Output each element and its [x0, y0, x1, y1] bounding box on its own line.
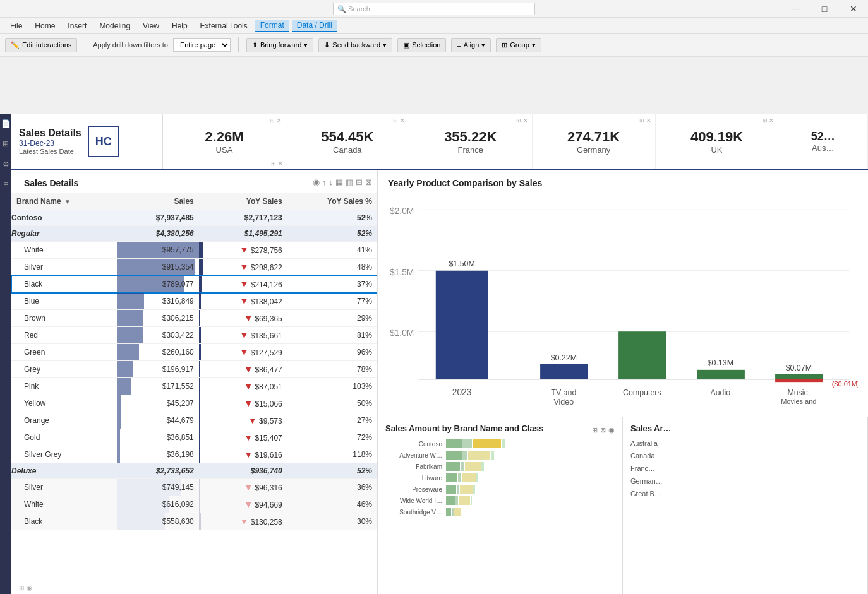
brand-chart-icon3[interactable]: ◉	[608, 426, 615, 434]
kpi-main-icon1[interactable]: ⊞	[19, 585, 24, 591]
kpi-main-icon2[interactable]: ◉	[27, 585, 32, 591]
table-row[interactable]: Deluxe $2,733,652 $936,740 52%	[11, 463, 377, 479]
cell-sales: $4,380,256	[117, 226, 199, 242]
cell-brand: Red	[11, 327, 117, 344]
sidebar-data-icon[interactable]: ⊞	[1, 139, 11, 149]
kpi-canada-value: 554.45K	[321, 129, 373, 145]
hbar-container	[446, 473, 615, 482]
maximize-icon[interactable]: □	[810, 0, 839, 17]
bar-comp-label: Computers	[623, 388, 661, 397]
table-toolbar-icon4[interactable]: ▦	[335, 177, 343, 187]
edit-interactions-btn[interactable]: ✏️ Edit interactions	[5, 38, 77, 52]
selection-btn[interactable]: ▣ Selection	[397, 38, 446, 52]
brand-class-chart: Sales Amount by Brand Name and Class ⊞ ⊠…	[378, 417, 623, 594]
hbar-segment	[491, 451, 494, 460]
sidebar-report-icon[interactable]: 📄	[1, 119, 11, 129]
table-row[interactable]: Gold $36,851 ▼ $15,407 72%	[11, 429, 377, 446]
table-row[interactable]: Blue $316,849 ▼ $138,042 77%	[11, 293, 377, 310]
table-row[interactable]: Silver $915,354 ▼ $298,622 48%	[11, 259, 377, 276]
table-toolbar-icon3[interactable]: ↓	[329, 177, 334, 187]
arrow-down-icon: ▼	[240, 245, 249, 255]
group-chevron[interactable]: ▾	[532, 41, 536, 49]
bring-forward-btn[interactable]: ⬆ Bring forward ▾	[246, 38, 313, 52]
hbar-row: Adventure W…	[385, 451, 615, 460]
window-controls[interactable]: ─ □ ✕	[781, 0, 868, 17]
hbar-row: Litware	[385, 473, 615, 482]
cell-sales: $306,215	[117, 310, 199, 327]
cell-yoy: $1,495,291	[199, 226, 287, 242]
bar-tv-label: TV and	[551, 388, 576, 397]
bar-tv	[540, 364, 588, 379]
kpi-card-uk: ⊞ ✕ 409.19K UK	[656, 114, 779, 169]
close-icon[interactable]: ✕	[839, 0, 868, 17]
bring-forward-icon: ⬆	[252, 41, 258, 49]
menu-format[interactable]: Format	[255, 20, 289, 32]
brand-chart-icon1[interactable]: ⊞	[592, 426, 598, 434]
minimize-icon[interactable]: ─	[781, 0, 810, 17]
align-btn[interactable]: ≡ Align ▾	[451, 38, 491, 52]
menu-view[interactable]: View	[138, 20, 164, 32]
cell-sales: $260,160	[117, 344, 199, 361]
sales-table-panel: Sales Details ◉ ↑ ↓ ▦ ▥ ⊞ ⊠	[11, 170, 378, 594]
col-sales[interactable]: Sales	[117, 193, 199, 210]
table-toolbar-icon5[interactable]: ▥	[346, 177, 353, 187]
table-row[interactable]: Silver Grey $36,198 ▼ $19,616 118%	[11, 446, 377, 463]
cell-brand: Black	[11, 276, 117, 293]
hbar-row: Southridge V…	[385, 508, 615, 516]
country-greatb: Great B…	[630, 487, 860, 500]
table-toolbar-icon7[interactable]: ⊠	[365, 177, 372, 187]
table-row[interactable]: Red $303,422 ▼ $135,661 81%	[11, 327, 377, 344]
brand-chart-icon2[interactable]: ⊠	[600, 426, 606, 434]
hbar-segment	[446, 462, 460, 471]
col-yoy[interactable]: YoY Sales	[199, 193, 287, 210]
table-row[interactable]: White $957,775 ▼ $278,756 41%	[11, 242, 377, 259]
table-row[interactable]: Brown $306,215 ▼ $69,365 29%	[11, 310, 377, 327]
cell-yoy-pct: 72%	[287, 429, 377, 446]
sidebar-dax-icon[interactable]: ≡	[1, 179, 11, 189]
group-btn[interactable]: ⊞ Group ▾	[496, 38, 541, 52]
cell-brand: Black	[11, 513, 117, 530]
col-brand-name[interactable]: Brand Name ▼	[11, 193, 117, 210]
send-backward-chevron[interactable]: ▾	[383, 41, 387, 49]
align-chevron[interactable]: ▾	[481, 41, 485, 49]
cell-sales: $45,207	[117, 395, 199, 412]
table-row[interactable]: White $616,092 ▼ $94,669 46%	[11, 496, 377, 513]
bar-2023-label: 2023	[452, 388, 472, 397]
table-toolbar-icon1[interactable]: ◉	[313, 177, 320, 187]
hbar-segment	[446, 439, 462, 448]
table-row[interactable]: Contoso $7,937,485 $2,717,123 52%	[11, 210, 377, 226]
hbar-segment	[458, 473, 461, 482]
menu-external-tools[interactable]: External Tools	[195, 20, 253, 32]
table-row[interactable]: Green $260,160 ▼ $127,529 96%	[11, 344, 377, 361]
table-row[interactable]: Orange $44,679 ▼ $9,573 27%	[11, 412, 377, 429]
hbar-segment	[446, 508, 451, 516]
arrow-down-icon: ▼	[244, 482, 253, 492]
table-row[interactable]: Grey $196,917 ▼ $86,477 78%	[11, 361, 377, 378]
menu-home[interactable]: Home	[30, 20, 60, 32]
table-row[interactable]: Yellow $45,207 ▼ $15,066 50%	[11, 395, 377, 412]
col-yoy-pct[interactable]: YoY Sales %	[287, 193, 377, 210]
menu-data-drill[interactable]: Data / Drill	[292, 20, 337, 32]
sort-icon[interactable]: ▼	[64, 198, 71, 205]
drill-filter-select[interactable]: Entire page	[173, 38, 231, 52]
table-row[interactable]: Black $558,630 ▼ $130,258 30%	[11, 513, 377, 530]
bring-forward-chevron[interactable]: ▾	[304, 41, 308, 49]
sidebar-model-icon[interactable]: ⚙	[1, 159, 11, 169]
cell-sales: $558,630	[117, 513, 199, 530]
menu-insert[interactable]: Insert	[63, 20, 92, 32]
kpi-germany-label: Germany	[577, 145, 610, 155]
kpi-canada-label: Canada	[333, 145, 362, 155]
table-toolbar-icon6[interactable]: ⊞	[356, 177, 363, 187]
cell-yoy-pct: 37%	[287, 276, 377, 293]
table-toolbar-icon2[interactable]: ↑	[322, 177, 327, 187]
menu-help[interactable]: Help	[167, 20, 193, 32]
table-row[interactable]: Silver $749,145 ▼ $96,316 36%	[11, 479, 377, 496]
search-bar[interactable]: 🔍 Search	[333, 3, 535, 15]
send-backward-btn[interactable]: ⬇ Send backward ▾	[318, 38, 392, 52]
table-row[interactable]: Regular $4,380,256 $1,495,291 52%	[11, 226, 377, 242]
arrow-down-icon: ▼	[248, 415, 257, 425]
table-row[interactable]: Black $789,077 ▼ $214,126 37%	[11, 276, 377, 293]
menu-modeling[interactable]: Modeling	[94, 20, 135, 32]
table-row[interactable]: Pink $171,552 ▼ $87,051 103%	[11, 378, 377, 395]
menu-file[interactable]: File	[5, 20, 27, 32]
